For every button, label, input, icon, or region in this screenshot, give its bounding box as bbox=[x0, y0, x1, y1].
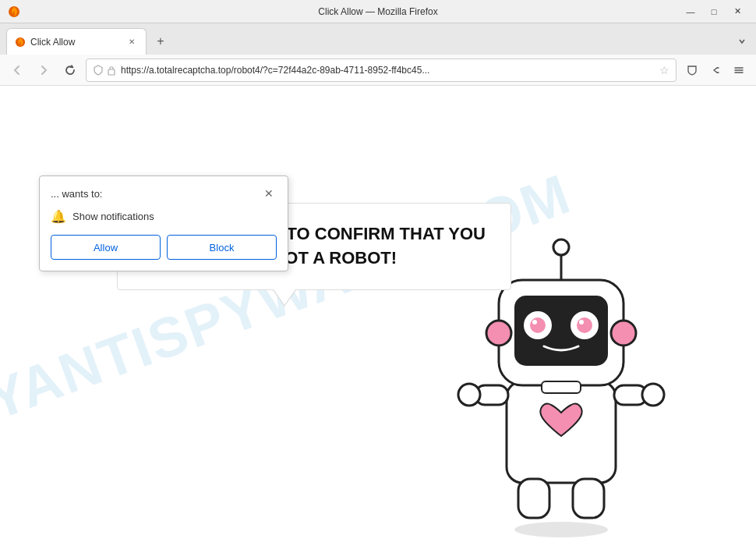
svg-rect-2 bbox=[108, 69, 115, 75]
bookmark-icon[interactable]: ☆ bbox=[659, 64, 669, 76]
tab-label: Click Allow bbox=[30, 37, 121, 48]
svg-rect-15 bbox=[573, 479, 604, 518]
popup-close-button[interactable]: ✕ bbox=[261, 186, 277, 201]
svg-point-26 bbox=[577, 317, 592, 333]
overflow-icon bbox=[709, 64, 722, 76]
svg-point-27 bbox=[579, 320, 584, 324]
svg-rect-14 bbox=[518, 479, 549, 518]
titlebar-left bbox=[8, 5, 20, 18]
shield-icon bbox=[93, 65, 104, 76]
tab-list-button[interactable] bbox=[734, 30, 750, 52]
svg-point-13 bbox=[642, 384, 664, 406]
block-button[interactable]: Block bbox=[167, 235, 277, 260]
notification-row: 🔔 Show notifications bbox=[51, 209, 277, 224]
overflow-button[interactable] bbox=[705, 59, 726, 81]
address-bar[interactable]: https://a.totalrecaptcha.top/robot4/?c=7… bbox=[86, 58, 677, 82]
pocket-icon bbox=[686, 64, 698, 76]
bell-icon: 🔔 bbox=[51, 209, 66, 224]
back-icon bbox=[12, 65, 23, 76]
pocket-button[interactable] bbox=[681, 59, 703, 81]
svg-rect-28 bbox=[542, 381, 581, 393]
chevron-down-icon bbox=[738, 36, 746, 47]
navbar: https://a.totalrecaptcha.top/robot4/?c=7… bbox=[0, 55, 756, 86]
svg-point-20 bbox=[611, 321, 636, 346]
tab-favicon bbox=[15, 37, 26, 48]
new-tab-button[interactable]: + bbox=[150, 30, 171, 52]
forward-button[interactable] bbox=[33, 59, 55, 81]
svg-point-18 bbox=[553, 239, 569, 255]
svg-point-19 bbox=[486, 321, 511, 346]
allow-button[interactable]: Allow bbox=[51, 235, 161, 260]
back-button[interactable] bbox=[6, 59, 28, 81]
active-tab[interactable]: Click Allow ✕ bbox=[6, 28, 147, 55]
tabbar: Click Allow ✕ + bbox=[0, 23, 756, 55]
minimize-button[interactable]: — bbox=[680, 3, 701, 20]
menu-button[interactable] bbox=[728, 59, 750, 81]
titlebar-controls: — □ ✕ bbox=[680, 3, 748, 20]
titlebar-title: Click Allow — Mozilla Firefox bbox=[318, 6, 437, 17]
svg-point-23 bbox=[530, 317, 546, 333]
maximize-button[interactable]: □ bbox=[703, 3, 725, 20]
window-close-button[interactable]: ✕ bbox=[726, 3, 748, 20]
lock-icon bbox=[107, 65, 116, 76]
nav-extra-icons bbox=[681, 59, 750, 81]
notification-label: Show notifications bbox=[72, 211, 154, 222]
tab-close-button[interactable]: ✕ bbox=[125, 36, 138, 48]
hamburger-icon bbox=[733, 64, 745, 76]
address-bar-icons bbox=[93, 65, 116, 76]
notification-popup: ... wants to: ✕ 🔔 Show notifications All… bbox=[39, 175, 288, 271]
popup-header: ... wants to: ✕ bbox=[51, 186, 277, 201]
svg-point-8 bbox=[514, 522, 608, 537]
firefox-icon bbox=[8, 5, 20, 18]
popup-wants-text: ... wants to: bbox=[51, 188, 102, 200]
svg-point-11 bbox=[458, 384, 480, 406]
address-text: https://a.totalrecaptcha.top/robot4/?c=7… bbox=[121, 65, 655, 76]
svg-point-24 bbox=[532, 320, 537, 324]
forward-icon bbox=[38, 65, 49, 76]
titlebar: Click Allow — Mozilla Firefox — □ ✕ bbox=[0, 0, 756, 23]
refresh-icon bbox=[65, 65, 76, 76]
popup-buttons: Allow Block bbox=[51, 235, 277, 260]
content-area: MYANTISPYWARE.COM ... wants to: ✕ 🔔 Show… bbox=[0, 86, 756, 553]
refresh-button[interactable] bbox=[59, 59, 81, 81]
